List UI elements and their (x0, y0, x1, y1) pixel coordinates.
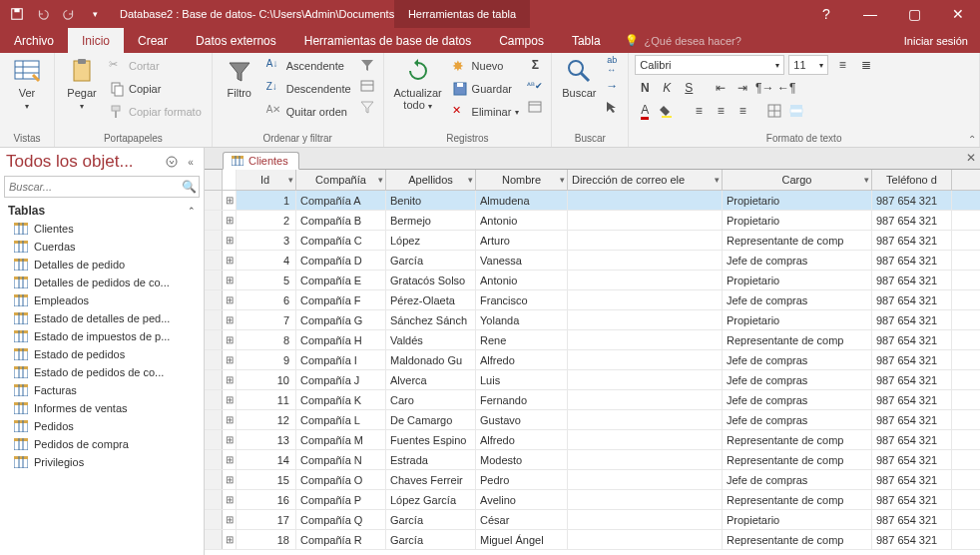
cell-nombre[interactable]: Rene (476, 330, 568, 349)
cell-id[interactable]: 1 (237, 191, 296, 210)
tab-external-data[interactable]: Datos externos (182, 28, 290, 53)
toggle-filter-button[interactable] (357, 97, 377, 117)
expand-row-button[interactable]: ⊞ (223, 251, 237, 270)
cell-cargo[interactable]: Jefe de compras (723, 350, 872, 369)
cell-cargo[interactable]: Jefe de compras (723, 390, 872, 409)
cell-id[interactable]: 14 (237, 450, 296, 469)
cell-telefono[interactable]: 987 654 321 (872, 410, 952, 429)
nav-item[interactable]: Estado de pedidos (0, 345, 204, 363)
cell-nombre[interactable]: Almudena (476, 191, 568, 210)
maximize-button[interactable]: ▢ (892, 0, 936, 28)
nav-item[interactable]: Estado de impuestos de p... (0, 327, 204, 345)
cell-email[interactable] (568, 470, 723, 489)
tab-db-tools[interactable]: Herramientas de base de datos (290, 28, 485, 53)
cell-cargo[interactable]: Representante de comp (723, 430, 872, 449)
cell-nombre[interactable]: Luis (476, 370, 568, 389)
bold-button[interactable]: N (635, 78, 655, 98)
numbering-button[interactable]: ≣ (856, 55, 876, 75)
cell-id[interactable]: 7 (237, 310, 296, 329)
cell-cargo[interactable]: Propietario (723, 271, 872, 289)
format-painter-button[interactable]: Copiar formato (105, 101, 206, 123)
expand-row-button[interactable]: ⊞ (223, 211, 237, 230)
cell-cargo[interactable]: Representante de comp (723, 530, 872, 549)
alt-row-color-button[interactable] (786, 101, 806, 121)
table-row[interactable]: ⊞3Compañía CLópezArturoRepresentante de … (205, 231, 980, 251)
cell-nombre[interactable]: Gustavo (476, 410, 568, 429)
cell-compania[interactable]: Compañía R (296, 530, 386, 549)
cell-apellidos[interactable]: Gratacós Solso (386, 271, 476, 289)
bullets-button[interactable]: ≡ (832, 55, 852, 75)
cell-compania[interactable]: Compañía I (296, 350, 386, 369)
cell-apellidos[interactable]: Alverca (386, 370, 476, 389)
refresh-all-button[interactable]: Actualizar todo ▾ (390, 55, 446, 115)
cell-telefono[interactable]: 987 654 321 (872, 530, 952, 549)
cell-id[interactable]: 3 (237, 231, 296, 250)
expand-row-button[interactable]: ⊞ (223, 330, 237, 349)
expand-row-button[interactable]: ⊞ (223, 310, 237, 329)
table-row[interactable]: ⊞14Compañía NEstradaModestoRepresentante… (205, 450, 980, 470)
table-row[interactable]: ⊞6Compañía FPérez-OlaetaFranciscoJefe de… (205, 290, 980, 310)
row-selector[interactable] (205, 350, 223, 369)
row-selector[interactable] (205, 191, 223, 210)
find-button[interactable]: Buscar (558, 55, 600, 101)
cell-email[interactable] (568, 330, 723, 349)
cell-compania[interactable]: Compañía D (296, 251, 386, 270)
col-header-cargo[interactable]: Cargo▾ (723, 170, 872, 190)
cell-compania[interactable]: Compañía B (296, 211, 386, 230)
cell-email[interactable] (568, 290, 723, 309)
nav-item[interactable]: Pedidos (0, 417, 204, 435)
cell-email[interactable] (568, 410, 723, 429)
row-selector[interactable] (205, 450, 223, 469)
tab-home[interactable]: Inicio (68, 28, 124, 53)
cell-telefono[interactable]: 987 654 321 (872, 251, 952, 270)
nav-item[interactable]: Facturas (0, 381, 204, 399)
close-tab-button[interactable]: ✕ (966, 151, 976, 165)
increase-indent-button[interactable]: ⇥ (733, 78, 752, 98)
cell-compania[interactable]: Compañía F (296, 290, 386, 309)
table-row[interactable]: ⊞13Compañía MFuentes EspinoAlfredoRepres… (205, 430, 980, 450)
rtl-button[interactable]: ←¶ (776, 78, 796, 98)
cell-email[interactable] (568, 231, 723, 250)
cell-cargo[interactable]: Jefe de compras (723, 410, 872, 429)
cell-id[interactable]: 18 (237, 530, 296, 549)
cell-cargo[interactable]: Propietario (723, 510, 872, 529)
cell-cargo[interactable]: Propietario (723, 191, 872, 210)
row-selector[interactable] (205, 370, 223, 389)
cell-apellidos[interactable]: De Camargo (386, 410, 476, 429)
cell-cargo[interactable]: Representante de comp (723, 490, 872, 509)
cell-id[interactable]: 17 (237, 510, 296, 529)
spelling-button[interactable]: ᴬᴮ✔ (525, 76, 545, 96)
sort-desc-button[interactable]: Z↓Descendente (262, 78, 355, 100)
undo-icon[interactable] (32, 3, 54, 25)
col-header-nombre[interactable]: Nombre▾ (476, 170, 568, 190)
table-row[interactable]: ⊞8Compañía HValdésReneRepresentante de c… (205, 330, 980, 350)
fill-color-button[interactable] (657, 101, 677, 121)
cell-compania[interactable]: Compañía A (296, 191, 386, 210)
cell-email[interactable] (568, 530, 723, 549)
cell-compania[interactable]: Compañía Q (296, 510, 386, 529)
cell-compania[interactable]: Compañía C (296, 231, 386, 250)
tab-fields[interactable]: Campos (485, 28, 558, 53)
collapse-group-icon[interactable]: ⌃ (188, 206, 196, 216)
expand-row-button[interactable]: ⊞ (223, 271, 237, 289)
cell-apellidos[interactable]: García (386, 530, 476, 549)
chevron-down-icon[interactable]: ▾ (864, 175, 869, 185)
cell-telefono[interactable]: 987 654 321 (872, 490, 952, 509)
expand-row-button[interactable]: ⊞ (223, 390, 237, 409)
cell-apellidos[interactable]: Caro (386, 390, 476, 409)
expand-row-button[interactable]: ⊞ (223, 530, 237, 549)
sort-asc-button[interactable]: A↓Ascendente (262, 55, 355, 77)
align-left-button[interactable]: ≡ (689, 101, 709, 121)
cell-telefono[interactable]: 987 654 321 (872, 231, 952, 250)
chevron-down-icon[interactable]: ▾ (288, 175, 293, 185)
tab-file[interactable]: Archivo (0, 28, 68, 53)
cell-nombre[interactable]: Antonio (476, 211, 568, 230)
nav-header[interactable]: Todos los objet... « (0, 148, 204, 176)
cut-button[interactable]: ✂Cortar (105, 55, 206, 77)
paste-button[interactable]: Pegar▾ (61, 55, 103, 115)
cell-telefono[interactable]: 987 654 321 (872, 290, 952, 309)
search-icon[interactable]: 🔍 (179, 180, 199, 194)
cell-apellidos[interactable]: López García (386, 490, 476, 509)
cell-apellidos[interactable]: García (386, 251, 476, 270)
cell-telefono[interactable]: 987 654 321 (872, 330, 952, 349)
